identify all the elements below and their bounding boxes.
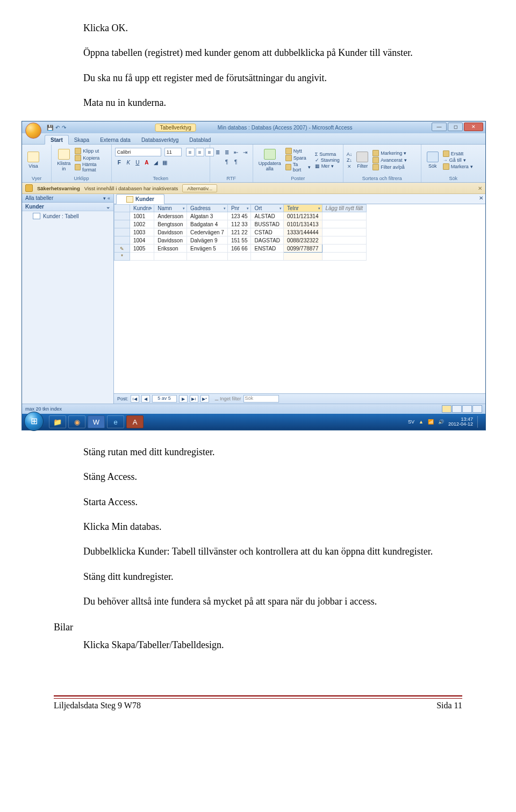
cell[interactable]: 123 45: [227, 212, 251, 220]
minimize-button[interactable]: —: [432, 123, 447, 131]
lang-indicator[interactable]: SV: [408, 419, 414, 425]
ribbon-tab-externa[interactable]: Externa data: [95, 135, 136, 144]
volume-icon[interactable]: 🔊: [438, 419, 444, 425]
cell[interactable]: 0088/232322: [284, 236, 322, 245]
rtl-icon[interactable]: ¶: [232, 157, 240, 166]
recnav-search[interactable]: Sök: [243, 395, 279, 403]
ltr-icon[interactable]: ¶: [223, 157, 231, 166]
ribbon-tab-skapa[interactable]: Skapa: [69, 135, 95, 144]
quick-access-toolbar[interactable]: 💾 ↶ ↷: [47, 125, 66, 131]
nav-category[interactable]: Kunder⌄: [22, 203, 113, 211]
access-icon[interactable]: A: [126, 415, 144, 428]
cell[interactable]: [284, 253, 322, 261]
new-record-button[interactable]: Nytt: [285, 148, 311, 154]
refresh-button[interactable]: Uppdatera alla: [256, 148, 283, 173]
media-icon[interactable]: ◉: [68, 415, 85, 428]
ribbon-tab-datablad[interactable]: Datablad: [184, 135, 216, 144]
redo-icon[interactable]: ↷: [62, 125, 66, 131]
font-selector[interactable]: Calibri: [115, 148, 161, 156]
office-orb-icon[interactable]: [25, 123, 41, 139]
cell[interactable]: 1001: [130, 212, 154, 220]
save-icon[interactable]: 💾: [47, 125, 53, 131]
cell[interactable]: ENSTAD: [251, 245, 284, 253]
cell[interactable]: Badgatan 4: [187, 220, 228, 228]
totals-button[interactable]: Σ Summa: [315, 152, 340, 157]
security-options-button[interactable]: Alternativ...: [182, 184, 217, 192]
toggle-filter-button[interactable]: Filter av/på: [372, 164, 406, 170]
cell[interactable]: 112 33: [227, 220, 251, 228]
cell[interactable]: Envägen 5: [187, 245, 228, 253]
row-selector[interactable]: [114, 245, 130, 253]
pivotchart-view-button[interactable]: [462, 405, 472, 413]
cell[interactable]: CSTAD: [251, 228, 284, 236]
prev-record-button[interactable]: ◀: [141, 395, 150, 403]
column-header[interactable]: Ort▾: [251, 205, 284, 212]
goto-button[interactable]: → Gå till ▾: [443, 157, 473, 163]
cell[interactable]: 0099/778877: [284, 245, 322, 253]
cell[interactable]: 1333/144444: [284, 228, 322, 236]
cell[interactable]: DAGSTAD: [251, 236, 284, 245]
word-icon[interactable]: W: [88, 415, 105, 428]
pivottable-view-button[interactable]: [452, 405, 462, 413]
kunder-table[interactable]: Kundnr▾Namn▾Gadress▾Pnr▾Ort▾Telnr▾Lägg t…: [114, 204, 367, 261]
indent-inc-icon[interactable]: ⇥: [241, 148, 249, 156]
cell[interactable]: ALSTAD: [251, 212, 284, 220]
column-header[interactable]: Kundnr▾: [130, 205, 154, 212]
cell[interactable]: [251, 253, 284, 261]
cell[interactable]: [130, 253, 154, 261]
maximize-button[interactable]: ◻: [448, 123, 463, 131]
paste-button[interactable]: Klistra in: [55, 148, 73, 173]
cell[interactable]: BUSSTAD: [251, 220, 284, 228]
column-header[interactable]: Gadress▾: [187, 205, 228, 212]
ribbon-tab-start[interactable]: Start: [45, 135, 69, 145]
sort-desc-button[interactable]: Z↓: [347, 157, 352, 163]
align-left-icon[interactable]: ≡: [186, 148, 195, 156]
design-view-button[interactable]: [472, 405, 482, 413]
cell[interactable]: Davidsson: [154, 228, 187, 236]
format-painter-button[interactable]: Hämta format: [75, 162, 108, 173]
ie-icon[interactable]: e: [107, 415, 124, 428]
cell[interactable]: [322, 253, 366, 261]
close-button[interactable]: ✕: [464, 123, 483, 131]
bullets-icon[interactable]: ≣: [213, 148, 222, 156]
new-record-nav-button[interactable]: ▶*: [200, 395, 209, 403]
selection-filter-button[interactable]: Markering ▾: [372, 150, 406, 156]
cell[interactable]: 1005: [130, 245, 154, 253]
fillcolor-button[interactable]: ◢: [152, 158, 160, 167]
close-bar-icon[interactable]: ✕: [478, 185, 482, 191]
next-record-button[interactable]: ▶: [179, 395, 188, 403]
cell[interactable]: 121 22: [227, 228, 251, 236]
align-center-icon[interactable]: ≡: [196, 148, 204, 156]
row-selector[interactable]: [114, 228, 130, 236]
fontsize-selector[interactable]: 11: [164, 148, 182, 156]
doc-tab-kunder[interactable]: Kunder: [116, 194, 164, 204]
cell[interactable]: Algatan 3: [187, 212, 228, 220]
cell[interactable]: 0011/121314: [284, 212, 322, 220]
cell[interactable]: [322, 212, 366, 220]
bold-button[interactable]: F: [115, 158, 124, 167]
replace-button[interactable]: Ersätt: [443, 150, 473, 157]
nav-header[interactable]: Alla tabeller ▾ «: [22, 194, 113, 203]
cell[interactable]: 151 55: [227, 236, 251, 245]
datasheet-view-button[interactable]: [442, 405, 452, 413]
cut-button[interactable]: Klipp ut: [75, 148, 108, 154]
copy-button[interactable]: Kopiera: [75, 155, 108, 161]
column-header[interactable]: Pnr▾: [227, 205, 251, 212]
more-button[interactable]: ▦ Mer ▾: [315, 163, 340, 169]
advanced-filter-button[interactable]: Avancerat ▾: [372, 157, 406, 163]
italic-button[interactable]: K: [124, 158, 133, 167]
network-icon[interactable]: 📶: [428, 419, 434, 425]
cell[interactable]: 1004: [130, 236, 154, 245]
filter-button[interactable]: Filter: [354, 150, 370, 170]
show-desktop-button[interactable]: [477, 416, 482, 428]
find-button[interactable]: Sök: [425, 150, 441, 170]
select-button[interactable]: Markera ▾: [443, 163, 473, 170]
row-selector[interactable]: [114, 236, 130, 245]
spelling-button[interactable]: ✓ Stavning: [315, 157, 340, 163]
ribbon-tab-dbverktyg[interactable]: Databasverktyg: [136, 135, 184, 144]
add-field-header[interactable]: Lägg till nytt fält: [322, 205, 366, 212]
cell[interactable]: 1003: [130, 228, 154, 236]
cell[interactable]: [227, 253, 251, 261]
row-selector[interactable]: [114, 220, 130, 228]
new-row-selector[interactable]: *: [114, 253, 130, 261]
